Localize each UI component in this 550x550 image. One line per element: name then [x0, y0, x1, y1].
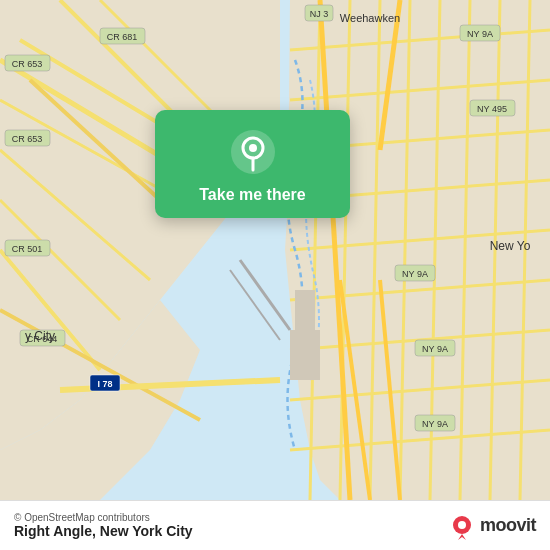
moovit-logo: moovit: [448, 512, 536, 540]
osm-credit: © OpenStreetMap contributors: [14, 512, 193, 523]
svg-point-69: [249, 144, 257, 152]
svg-text:I 78: I 78: [97, 379, 112, 389]
svg-text:NY 9A: NY 9A: [422, 344, 448, 354]
svg-text:y City: y City: [25, 329, 55, 343]
svg-text:CR 653: CR 653: [12, 59, 43, 69]
svg-text:Weehawken: Weehawken: [340, 12, 400, 24]
svg-text:CR 681: CR 681: [107, 32, 138, 42]
svg-text:NY 9A: NY 9A: [467, 29, 493, 39]
svg-text:NY 9A: NY 9A: [402, 269, 428, 279]
popup-card[interactable]: Take me there: [155, 110, 350, 218]
moovit-brand-text: moovit: [480, 515, 536, 536]
svg-text:CR 653: CR 653: [12, 134, 43, 144]
bottom-info: © OpenStreetMap contributors Right Angle…: [14, 512, 193, 539]
map-container[interactable]: CR 653 CR 681 CR 653 CR 501 CR 644 I 78 …: [0, 0, 550, 500]
svg-text:New Yo: New Yo: [490, 239, 531, 253]
svg-text:CR 501: CR 501: [12, 244, 43, 254]
bottom-bar: © OpenStreetMap contributors Right Angle…: [0, 500, 550, 550]
svg-rect-64: [295, 290, 315, 330]
location-name: Right Angle, New York City: [14, 523, 193, 539]
svg-point-71: [458, 521, 466, 529]
svg-text:NY 495: NY 495: [477, 104, 507, 114]
map-background: CR 653 CR 681 CR 653 CR 501 CR 644 I 78 …: [0, 0, 550, 500]
moovit-pin-icon: [448, 512, 476, 540]
svg-text:NJ 3: NJ 3: [310, 9, 329, 19]
svg-rect-63: [290, 330, 320, 380]
location-pin-icon: [229, 128, 277, 176]
popup-label: Take me there: [199, 186, 305, 204]
svg-text:NY 9A: NY 9A: [422, 419, 448, 429]
